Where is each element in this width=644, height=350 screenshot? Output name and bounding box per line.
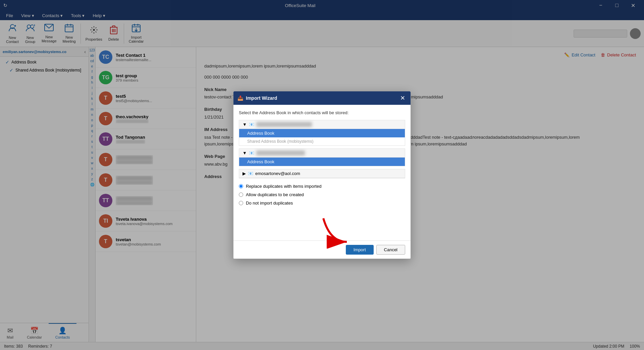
modal-footer: Import Cancel [233,240,411,259]
shared-address-book-label: Shared Address Book (mobisystems) [247,139,313,144]
account-3-tree: ▶ 📧 emosartonev@aol.com [239,169,405,178]
modal-title: 📥 Import Wizard [237,95,277,101]
address-book-label-2: Address Book [247,159,274,164]
modal-instruction: Select the Address Book in which contact… [239,110,405,115]
account-2-icon: 📧 [249,150,254,156]
account-3-label: emosartonev@aol.com [255,171,300,176]
account-1-shared-address-book[interactable]: Shared Address Book (mobisystems) [239,137,405,145]
radio-replace-label: Replace duplicates with items imported [246,184,321,189]
radio-allow-input[interactable] [239,192,243,197]
account-1-address-book[interactable]: Address Book [239,129,405,137]
address-book-label-1: Address Book [247,131,274,136]
collapse-icon-3: ▶ [243,171,246,176]
account-2-tree: ▼ 📧 ███████@gmail.com Address Book [239,148,405,166]
modal-overlay: 📥 Import Wizard ✕ Select the Address Boo… [0,0,644,350]
account-1-header[interactable]: ▼ 📧 ███████@mobisystem... [239,120,405,129]
radio-donot-input[interactable] [239,201,243,205]
radio-allow[interactable]: Allow duplicates to be created [239,192,405,197]
collapse-icon-1: ▼ [243,122,247,127]
radio-replace[interactable]: Replace duplicates with items imported [239,184,405,189]
import-wizard-modal: 📥 Import Wizard ✕ Select the Address Boo… [233,91,411,259]
account-3-header[interactable]: ▶ 📧 emosartonev@aol.com [239,169,405,178]
account-tree: ▼ 📧 ███████@mobisystem... Address Book S… [239,120,405,146]
radio-allow-label: Allow duplicates to be created [246,192,304,197]
radio-donot[interactable]: Do not import duplicates [239,201,405,206]
account-1-label: ███████@mobisystem... [256,122,312,127]
account-2-address-book[interactable]: Address Book [239,158,405,166]
cancel-button[interactable]: Cancel [376,245,405,255]
import-wizard-icon: 📥 [237,95,243,101]
modal-close-button[interactable]: ✕ [398,94,407,102]
account-2-label: ███████@gmail.com [256,150,305,156]
collapse-icon-2: ▼ [243,150,247,156]
radio-donot-label: Do not import duplicates [246,201,293,206]
radio-group: Replace duplicates with items imported A… [239,184,405,206]
import-button[interactable]: Import [346,245,374,255]
account-2-header[interactable]: ▼ 📧 ███████@gmail.com [239,149,405,158]
account-3-icon: 📧 [248,171,253,176]
radio-replace-input[interactable] [239,184,243,188]
modal-titlebar: 📥 Import Wizard ✕ [233,91,411,105]
account-1-icon: 📧 [249,122,254,127]
modal-title-text: Import Wizard [246,95,277,101]
modal-body: Select the Address Book in which contact… [233,105,411,240]
